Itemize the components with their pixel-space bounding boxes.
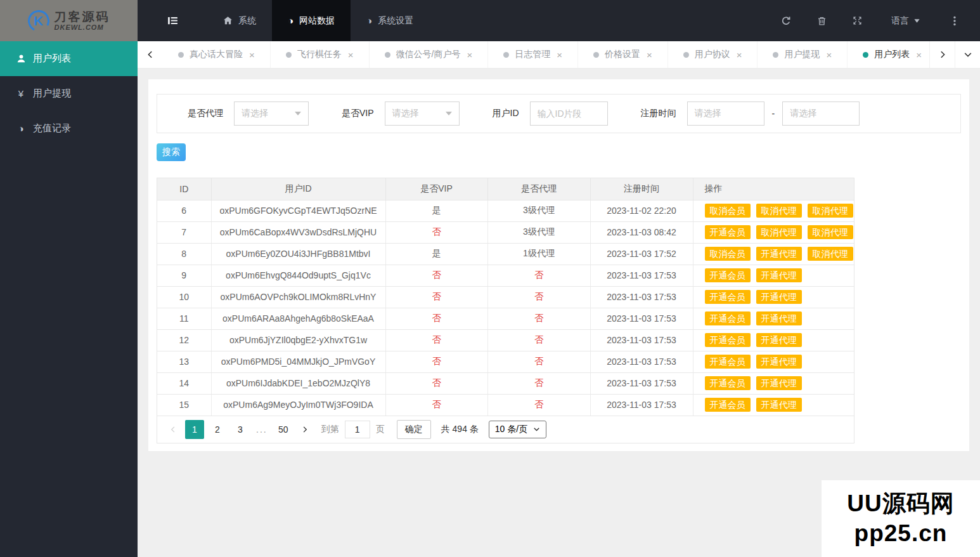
filter-user-id: 用户ID	[493, 102, 608, 126]
sidebar-item-user-withdraw[interactable]: ¥用户提现	[0, 76, 138, 111]
action-button[interactable]: 开通代理	[756, 247, 802, 261]
menu-collapse[interactable]	[138, 0, 207, 41]
cell-actions: 取消会员取消代理取消代理	[693, 200, 854, 221]
pagination-bar: 123...50 到第 页 确定 共 494 条 10 条/页	[157, 416, 854, 443]
column-header-2: 是否VIP	[385, 178, 487, 200]
action-button[interactable]: 取消会员	[705, 204, 751, 218]
cell-agent: 否	[487, 286, 590, 308]
trash-icon[interactable]	[804, 0, 839, 41]
logo-text: 刀客源码 DKEWL.COM	[55, 10, 110, 32]
app-logo: K 刀客源码 DKEWL.COM	[0, 0, 138, 41]
reg-time-start-picker[interactable]: 请选择	[687, 102, 764, 126]
action-button[interactable]: 取消代理	[808, 225, 853, 239]
watermark-line2: pp25.cn	[854, 519, 948, 548]
logo-icon: K	[25, 7, 52, 34]
reg-time-end-placeholder: 请选择	[790, 108, 816, 119]
language-dropdown[interactable]: 语言	[875, 0, 937, 41]
cell-user-id: oxPUm6AOVPch9kOLIMOkm8RLvHnY	[211, 286, 385, 308]
action-button[interactable]: 取消会员	[705, 247, 751, 261]
tab-close-icon[interactable]: ×	[826, 49, 832, 60]
cell-actions: 开通会员开通代理	[693, 286, 854, 308]
tab-wechat-merchant[interactable]: 微信公号/商户号×	[369, 41, 488, 68]
cell-actions: 取消会员开通代理取消代理	[693, 243, 854, 265]
tab-close-icon[interactable]: ×	[557, 49, 562, 60]
goto-confirm-button[interactable]: 确定	[397, 420, 431, 439]
cell-user-id: oxPUm6CaBopx4WV3wDsdRsLMjQHU	[211, 221, 385, 243]
action-button[interactable]: 开通代理	[756, 290, 802, 304]
tab-close-icon[interactable]: ×	[348, 49, 354, 60]
tab-dot-icon	[683, 52, 689, 58]
filter-vip-label: 是否VIP	[342, 108, 374, 119]
action-button[interactable]: 开通代理	[756, 268, 802, 282]
home-icon	[223, 16, 233, 25]
refresh-icon[interactable]	[768, 0, 804, 41]
tabs-scroll-left-icon[interactable]	[138, 41, 163, 68]
tab-log-management[interactable]: 日志管理×	[487, 41, 577, 68]
action-button[interactable]: 开通代理	[756, 333, 802, 347]
action-button[interactable]: 取消代理	[756, 204, 802, 218]
cell-actions: 开通会员开通代理	[693, 351, 854, 372]
page-numbers: 123...50	[183, 420, 295, 439]
action-button[interactable]: 开通会员	[705, 225, 751, 239]
tab-flight-chess-task-label: 飞行棋任务	[297, 49, 342, 60]
action-button[interactable]: 开通代理	[756, 398, 802, 412]
cell-user-id: oxPUm6EhvgQ844Od9uptS_Gjq1Vc	[211, 265, 385, 286]
page-item[interactable]: 2	[208, 420, 227, 439]
tab-close-icon[interactable]: ×	[916, 49, 922, 60]
logo-subtitle: DKEWL.COM	[55, 23, 110, 31]
page-item[interactable]: 3	[231, 420, 250, 439]
action-button[interactable]: 取消代理	[756, 225, 802, 239]
caret-down-icon	[913, 17, 920, 24]
tab-truth-or-dare[interactable]: 真心话大冒险×	[163, 41, 270, 68]
menu-system[interactable]: 系统	[207, 0, 272, 41]
tab-close-icon[interactable]: ×	[467, 49, 472, 60]
tab-user-list[interactable]: 用户列表×	[847, 41, 929, 68]
page-next-icon[interactable]	[297, 420, 314, 439]
tab-close-icon[interactable]: ×	[647, 49, 652, 60]
action-button[interactable]: 开通会员	[705, 290, 751, 304]
action-button[interactable]: 开通代理	[756, 311, 802, 325]
cell-user-id: oxPUm6Ag9MeyOJyIm0TWj3FO9IDA	[211, 394, 385, 416]
sidebar-item-user-list[interactable]: 用户列表	[0, 41, 138, 76]
filter-agent-label: 是否代理	[188, 108, 223, 119]
action-button[interactable]: 取消代理	[808, 247, 853, 261]
tabs-menu-chevron-down-icon[interactable]	[955, 41, 980, 68]
menu-system-settings[interactable]: ◑系统设置	[351, 0, 429, 41]
reg-time-end-picker[interactable]: 请选择	[782, 102, 860, 126]
vip-select[interactable]: 请选择	[385, 102, 460, 126]
tabs-scroll-right-icon[interactable]	[929, 41, 955, 68]
agent-select[interactable]: 请选择	[234, 102, 309, 126]
action-button[interactable]: 开通代理	[756, 376, 802, 390]
page-item[interactable]: 50	[274, 420, 293, 439]
caret-down-icon	[295, 112, 301, 115]
action-button[interactable]: 开通会员	[705, 376, 751, 390]
page-size-value: 10 条/页	[495, 424, 527, 435]
action-button[interactable]: 开通会员	[705, 268, 751, 282]
action-button[interactable]: 开通代理	[756, 355, 802, 369]
tab-close-icon[interactable]: ×	[249, 49, 255, 60]
tab-price-settings[interactable]: 价格设置×	[577, 41, 667, 68]
tab-close-icon[interactable]: ×	[737, 49, 742, 60]
sidebar-item-recharge-records[interactable]: ◑充值记录	[0, 111, 138, 146]
page-prev-icon[interactable]	[164, 420, 181, 439]
tab-user-withdraw[interactable]: 用户提现×	[757, 41, 847, 68]
tab-user-agreement[interactable]: 用户协议×	[667, 41, 758, 68]
fullscreen-icon[interactable]	[839, 0, 875, 41]
page-size-select[interactable]: 10 条/页	[489, 421, 546, 438]
goto-page-input[interactable]	[345, 421, 370, 438]
action-button[interactable]: 开通会员	[705, 311, 751, 325]
action-button[interactable]: 开通会员	[705, 398, 751, 412]
cell-vip: 否	[385, 329, 487, 351]
user-id-input[interactable]	[530, 102, 608, 126]
search-button[interactable]: 搜索	[157, 143, 186, 161]
half-circle-icon: ◑	[366, 16, 372, 25]
cell-actions: 开通会员开通代理	[693, 308, 854, 329]
tab-user-withdraw-label: 用户提现	[784, 49, 820, 60]
action-button[interactable]: 取消代理	[808, 204, 853, 218]
tab-flight-chess-task[interactable]: 飞行棋任务×	[270, 41, 369, 68]
more-menu-icon[interactable]	[937, 0, 972, 41]
menu-site-data[interactable]: ◑网站数据	[272, 0, 351, 41]
page-item[interactable]: 1	[185, 420, 204, 439]
action-button[interactable]: 开通会员	[705, 333, 751, 347]
action-button[interactable]: 开通会员	[705, 355, 751, 369]
